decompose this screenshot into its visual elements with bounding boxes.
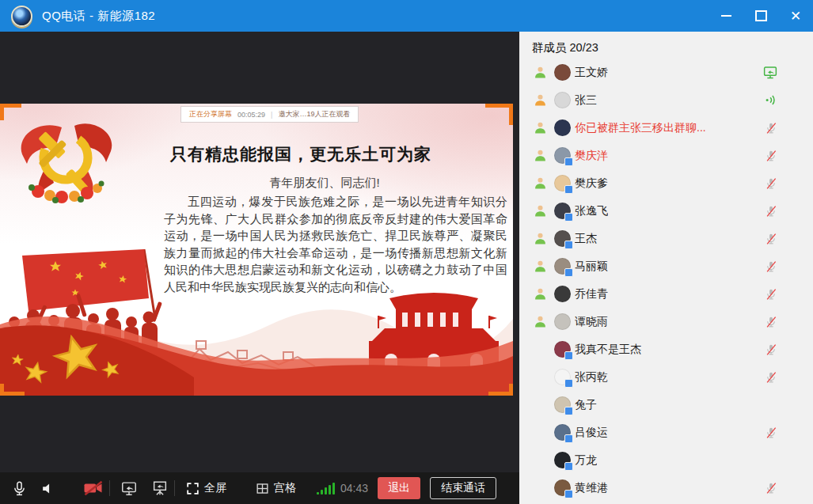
member-name: 王杰 xyxy=(575,232,597,246)
muted-mic-icon xyxy=(764,287,778,301)
presence-person-icon xyxy=(534,66,547,79)
avatar xyxy=(554,341,571,358)
minimize-button[interactable] xyxy=(709,0,743,32)
title-bar: QQ电话 - 新能源182 ✕ xyxy=(0,0,813,32)
window-controls: ✕ xyxy=(709,0,813,32)
member-count-header: 群成员 20/23 xyxy=(519,32,813,59)
projector-icon xyxy=(151,479,169,497)
member-row[interactable]: 谭晓雨 xyxy=(519,308,813,335)
presence-person-icon xyxy=(534,232,547,245)
share-region-corner xyxy=(0,104,21,120)
grid-label: 宫格 xyxy=(274,481,296,495)
share-viewers: 邀大家…19人正在观看 xyxy=(278,109,350,119)
member-row[interactable]: 万龙 xyxy=(519,446,813,474)
microphone-icon xyxy=(11,480,28,497)
avatar xyxy=(554,286,571,302)
avatar xyxy=(554,119,571,136)
member-row[interactable]: 王文娇 xyxy=(519,59,813,86)
close-icon: ✕ xyxy=(790,9,801,23)
member-name: 吕俊运 xyxy=(575,426,608,440)
mobile-badge-icon xyxy=(564,157,573,166)
member-row[interactable]: 张丙乾 xyxy=(519,363,813,391)
signal-strength-icon xyxy=(317,483,335,495)
toolbar-divider xyxy=(174,480,175,496)
member-row[interactable]: 乔佳青 xyxy=(519,280,813,308)
call-duration: 04:43 xyxy=(340,482,368,495)
member-row[interactable]: 王杰 xyxy=(519,225,813,252)
projector-button[interactable] xyxy=(151,479,169,497)
muted-mic-icon xyxy=(764,260,778,274)
call-toolbar: 全屏 宫格 04:43 退出 结束通话 xyxy=(0,472,519,504)
member-list: 王文娇 张三 xyxy=(519,59,813,502)
member-name: 马丽颖 xyxy=(575,260,608,274)
camera-off-icon xyxy=(82,479,104,497)
member-name: 樊庆洋 xyxy=(575,149,608,163)
mobile-badge-icon xyxy=(564,434,573,443)
presence-person-icon xyxy=(534,121,547,135)
toolbar-divider xyxy=(109,480,110,496)
fullscreen-button[interactable]: 全屏 xyxy=(185,481,226,496)
muted-mic-icon xyxy=(764,370,778,385)
speaker-icon xyxy=(40,481,55,496)
share-region-corner xyxy=(0,384,25,396)
member-name: 黄维港 xyxy=(575,481,608,495)
mobile-badge-icon xyxy=(564,185,573,194)
fullscreen-icon xyxy=(185,481,200,496)
share-status-banner: 正在分享屏幕 00:05:29 | 邀大家…19人正在观看 xyxy=(180,106,359,123)
member-row[interactable]: 张三 xyxy=(519,86,813,114)
window-title: QQ电话 - 新能源182 xyxy=(42,9,155,24)
grid-view-button[interactable]: 宫格 xyxy=(255,481,296,496)
member-row[interactable]: 樊庆洋 xyxy=(519,142,813,169)
grid-icon xyxy=(255,481,270,496)
avatar xyxy=(554,92,571,108)
microphone-button[interactable] xyxy=(11,480,28,497)
muted-mic-icon xyxy=(764,204,778,218)
end-call-button[interactable]: 结束通话 xyxy=(430,477,496,499)
member-name: 你已被群主张三移出群聊... xyxy=(575,121,706,135)
muted-mic-icon xyxy=(764,149,778,163)
member-name: 万龙 xyxy=(575,453,597,468)
minimize-icon xyxy=(721,15,731,17)
sharing-screen-icon xyxy=(762,66,778,80)
member-name: 张逸飞 xyxy=(575,204,608,218)
member-row[interactable]: 樊庆爹 xyxy=(519,169,813,197)
member-name: 乔佳青 xyxy=(575,287,608,301)
share-region-corner xyxy=(488,384,513,396)
avatar xyxy=(554,313,571,330)
close-button[interactable]: ✕ xyxy=(778,0,813,32)
speaker-button[interactable] xyxy=(40,481,55,496)
screen-share-button[interactable] xyxy=(120,479,138,497)
member-row[interactable]: 黄维港 xyxy=(519,474,813,502)
avatar xyxy=(554,452,571,468)
member-row[interactable]: 张逸飞 xyxy=(519,197,813,225)
member-row[interactable]: 马丽颖 xyxy=(519,252,813,280)
mobile-badge-icon xyxy=(564,213,573,222)
share-status-text: 正在分享屏幕 xyxy=(189,109,232,119)
muted-mic-icon xyxy=(764,343,778,357)
share-duration: 00:05:29 xyxy=(237,111,265,119)
member-name: 兔子 xyxy=(575,398,597,412)
member-row[interactable]: 兔子 xyxy=(519,391,813,419)
avatar xyxy=(554,424,571,441)
maximize-icon xyxy=(755,10,767,21)
member-row[interactable]: 吕俊运 xyxy=(519,419,813,446)
avatar xyxy=(554,369,571,385)
presence-person-icon xyxy=(534,149,547,162)
presence-person-icon xyxy=(534,315,547,328)
exit-button[interactable]: 退出 xyxy=(378,477,420,499)
mobile-badge-icon xyxy=(564,407,573,415)
slide-title: 只有精忠能报国，更无乐土可为家 xyxy=(95,143,507,165)
fullscreen-label: 全屏 xyxy=(204,481,226,495)
member-row[interactable]: 你已被群主张三移出群聊... xyxy=(519,114,813,142)
avatar xyxy=(554,64,571,81)
presence-person-icon xyxy=(534,260,547,273)
member-name: 张丙乾 xyxy=(575,370,608,385)
camera-off-button[interactable] xyxy=(82,479,104,497)
member-name: 樊庆爹 xyxy=(575,176,608,191)
presence-person-icon xyxy=(534,93,547,107)
member-row[interactable]: 我真不是王杰 xyxy=(519,335,813,363)
maximize-button[interactable] xyxy=(743,0,778,32)
member-name: 谭晓雨 xyxy=(575,315,608,329)
slide-bottom-artwork xyxy=(0,249,513,396)
mobile-badge-icon xyxy=(564,268,573,277)
